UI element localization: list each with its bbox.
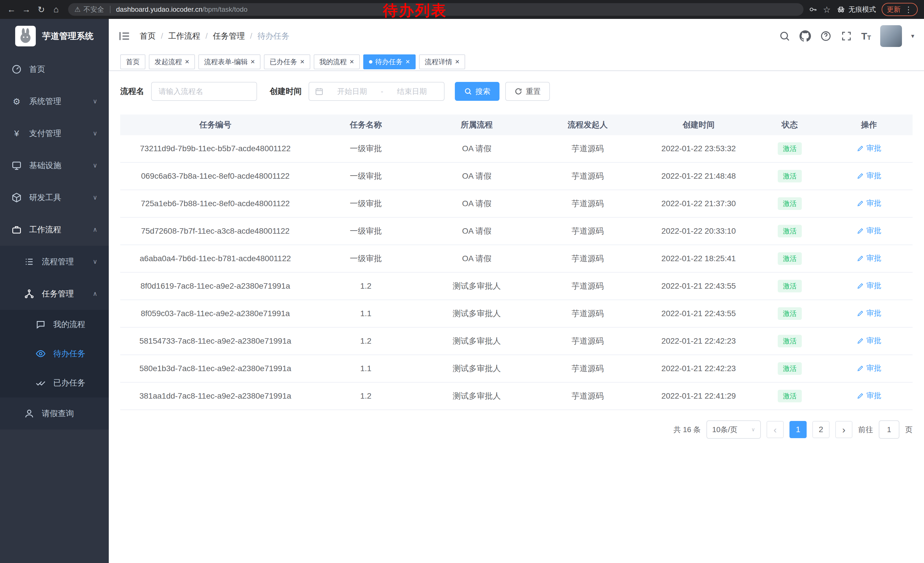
approve-link[interactable]: 审批 [857, 143, 881, 153]
start-date-placeholder[interactable]: 开始日期 [326, 87, 378, 96]
sidebar-item-todo-tasks[interactable]: 待办任务 [0, 339, 109, 368]
prev-page-button[interactable]: ‹ [766, 421, 784, 438]
tab[interactable]: 待办任务 [363, 54, 416, 69]
tab[interactable]: 我的流程 [314, 54, 360, 69]
approve-link[interactable]: 审批 [857, 253, 881, 263]
sidebar-item-workflow[interactable]: 工作流程 ∧ [0, 214, 109, 246]
cube-icon [12, 192, 22, 203]
breadcrumb-item-task-management[interactable]: 任务管理 [213, 31, 245, 42]
tab[interactable]: 已办任务 [264, 54, 310, 69]
cell-task-name: 一级审批 [310, 171, 422, 182]
sidebar-item-my-processes[interactable]: 我的流程 [0, 310, 109, 339]
help-icon[interactable] [820, 30, 831, 42]
home-icon[interactable]: ⌂ [49, 3, 63, 17]
key-icon[interactable] [808, 5, 817, 14]
tab-close-icon[interactable] [350, 58, 354, 66]
refresh-icon[interactable]: ↻ [34, 3, 48, 17]
rabbit-logo-icon [17, 27, 34, 45]
edit-pencil-icon [857, 282, 864, 290]
cell-created-time: 2022-01-21 22:43:55 [643, 281, 754, 291]
table-row: 580e1b3d-7ac8-11ec-a9e2-a2380e71991a 1.1… [120, 355, 912, 383]
sidebar-collapse-icon[interactable] [118, 30, 130, 42]
incognito-label: 无痕模式 [848, 5, 876, 14]
page-size-select[interactable]: 10条/页 ∨ [706, 420, 761, 439]
sidebar-item-payment-management[interactable]: ¥ 支付管理 ∨ [0, 117, 109, 150]
cell-created-time: 2022-01-21 22:41:29 [643, 392, 754, 401]
yen-icon: ¥ [12, 129, 22, 138]
search-icon[interactable] [779, 30, 790, 42]
approve-link-label: 审批 [867, 363, 881, 373]
sidebar-item-dev-tools[interactable]: 研发工具 ∨ [0, 182, 109, 214]
process-name-input[interactable] [151, 82, 257, 101]
tab-close-icon[interactable] [406, 58, 410, 66]
incognito-badge: 无痕模式 [836, 5, 876, 14]
sidebar-item-home[interactable]: 首页 [0, 53, 109, 86]
tab[interactable]: 流程表单-编辑 [198, 54, 261, 69]
search-button[interactable]: 搜索 [455, 82, 500, 101]
tab-close-icon[interactable] [300, 58, 304, 66]
pagination-total: 共 16 条 [674, 425, 701, 435]
forward-icon[interactable]: → [20, 3, 33, 17]
filter-bar: 流程名 创建时间 开始日期 - 结束日期 搜索 重置 [109, 71, 924, 101]
approve-link[interactable]: 审批 [857, 390, 881, 401]
approve-link[interactable]: 审批 [857, 363, 881, 373]
update-label[interactable]: 更新 [887, 5, 900, 14]
topbar-actions: TT ▾ [779, 25, 914, 47]
range-separator: - [381, 87, 383, 96]
monitor-icon [12, 161, 22, 171]
table-row: 069c6a63-7b8a-11ec-8ef0-acde48001122 一级审… [120, 163, 912, 190]
goto-page-input[interactable] [879, 420, 899, 439]
sidebar-item-system-management[interactable]: ⚙ 系统管理 ∨ [0, 86, 109, 117]
approve-link[interactable]: 审批 [857, 226, 881, 236]
edit-pencil-icon [857, 172, 864, 180]
sidebar-item-done-tasks[interactable]: 已办任务 [0, 368, 109, 398]
next-page-button[interactable]: › [835, 421, 852, 438]
tab[interactable]: 发起流程 [149, 54, 195, 69]
sidebar-item-infrastructure[interactable]: 基础设施 ∨ [0, 150, 109, 182]
tab[interactable]: 首页 [120, 54, 146, 69]
avatar[interactable] [880, 25, 902, 47]
reset-button[interactable]: 重置 [505, 82, 550, 101]
security-label[interactable]: 不安全 [84, 5, 104, 14]
font-size-icon[interactable]: TT [861, 31, 871, 41]
url-domain: dashboard.yudao.iocoder.cn [116, 6, 202, 13]
eye-icon [36, 348, 46, 359]
approve-link-label: 审批 [867, 336, 881, 346]
browser-menu-icon[interactable]: ⋮ [904, 5, 912, 14]
page-url[interactable]: dashboard.yudao.iocoder.cn/bpm/task/todo [116, 6, 248, 14]
approve-link[interactable]: 审批 [857, 336, 881, 346]
sidebar-item-leave-query[interactable]: 请假查询 [0, 398, 109, 429]
cell-process: 测试多审批人 [422, 281, 532, 291]
sidebar-item-label: 基础设施 [29, 160, 61, 171]
status-badge: 激活 [778, 170, 802, 183]
app-logo-row[interactable]: 芋道管理系统 [0, 19, 109, 53]
fullscreen-icon[interactable] [841, 30, 852, 42]
tab-close-icon[interactable] [250, 58, 255, 66]
sidebar-item-process-management[interactable]: 流程管理 ∨ [0, 246, 109, 278]
cell-task-id: 725a1eb6-7b88-11ec-8ef0-acde48001122 [120, 199, 310, 208]
page-button-2[interactable]: 2 [812, 421, 830, 438]
todo-task-table: 任务编号 任务名称 所属流程 流程发起人 创建时间 状态 操作 [120, 114, 912, 410]
tab-close-icon[interactable] [185, 58, 189, 66]
bookmark-star-icon[interactable]: ☆ [823, 5, 831, 15]
create-time-range-picker[interactable]: 开始日期 - 结束日期 [309, 82, 444, 101]
breadcrumb-item-workflow[interactable]: 工作流程 [168, 31, 200, 42]
approve-link[interactable]: 审批 [857, 198, 881, 208]
end-date-placeholder[interactable]: 结束日期 [386, 87, 438, 96]
approve-link[interactable]: 审批 [857, 281, 881, 291]
tab[interactable]: 流程详情 [419, 54, 465, 69]
cell-task-name: 一级审批 [310, 198, 422, 209]
update-button[interactable]: 更新 ⋮ [882, 3, 918, 16]
tab-close-icon[interactable] [455, 58, 459, 66]
cell-created-time: 2022-01-22 21:48:48 [643, 171, 754, 181]
approve-link[interactable]: 审批 [857, 171, 881, 181]
approve-link[interactable]: 审批 [857, 308, 881, 318]
cell-action: 审批 [825, 336, 912, 347]
sidebar-item-task-management[interactable]: 任务管理 ∧ [0, 278, 109, 310]
github-icon[interactable] [800, 30, 811, 42]
back-icon[interactable]: ← [4, 3, 18, 17]
page-button-1[interactable]: 1 [789, 421, 807, 438]
avatar-caret-icon[interactable]: ▾ [911, 32, 914, 40]
breadcrumb-item-home[interactable]: 首页 [140, 31, 156, 42]
cell-task-id: 381aa1dd-7ac8-11ec-a9e2-a2380e71991a [120, 392, 310, 401]
